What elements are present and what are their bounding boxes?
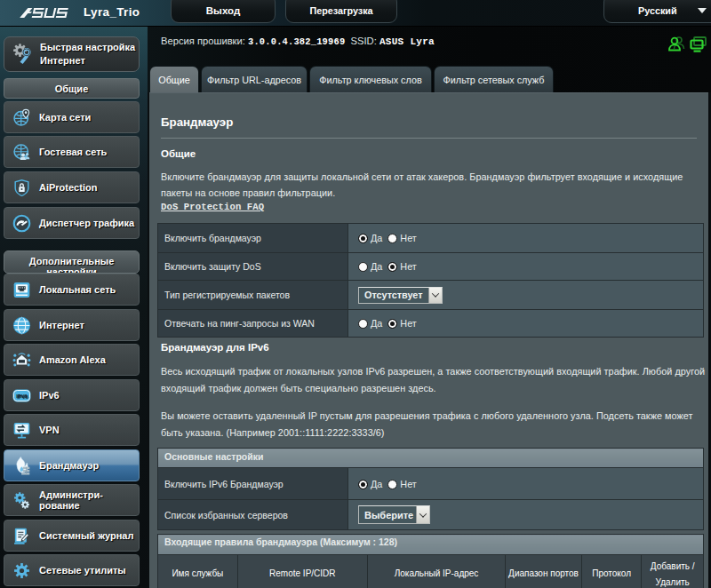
- svg-text:IPV6: IPV6: [16, 393, 27, 399]
